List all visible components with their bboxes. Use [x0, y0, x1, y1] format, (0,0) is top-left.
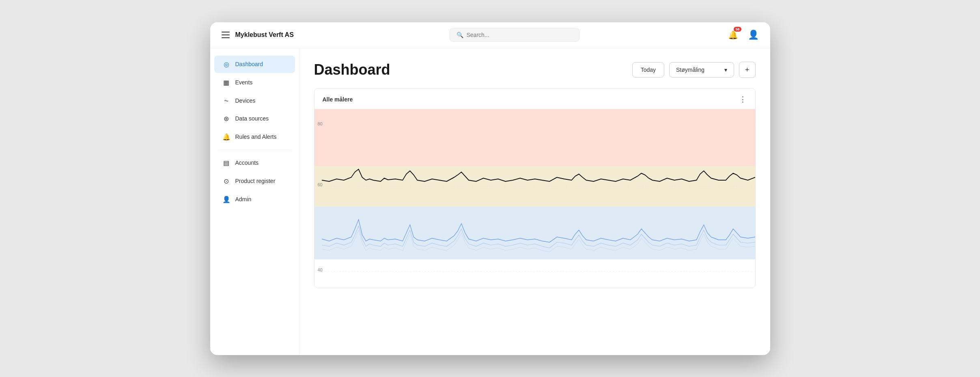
accounts-icon: ▤	[222, 159, 230, 167]
dashboard-icon: ◎	[222, 60, 230, 68]
sidebar-item-rules-alerts[interactable]: 🔔 Rules and Alerts	[214, 128, 295, 146]
header-left: Myklebust Verft AS	[222, 31, 311, 39]
admin-icon: 👤	[222, 196, 230, 203]
sidebar-item-label-product-register: Product register	[235, 178, 276, 184]
sidebar-item-label-rules-alerts: Rules and Alerts	[235, 134, 277, 140]
devices-icon: ⏦	[222, 97, 230, 104]
header-right: 🔔 56 👤	[718, 28, 759, 41]
rules-alerts-icon: 🔔	[222, 133, 230, 141]
chart-title: Alle målere	[323, 96, 353, 103]
sidebar-item-label-dashboard: Dashboard	[235, 61, 263, 67]
date-filter-button[interactable]: Today	[632, 62, 664, 78]
chart-svg	[314, 109, 755, 288]
y-label-40: 40	[318, 267, 323, 272]
svg-rect-0	[314, 109, 755, 166]
app-window: Myklebust Verft AS 🔍 🔔 56 👤 ◎ Dashboard	[210, 22, 770, 355]
chart-header: Alle målere ⋮	[314, 88, 755, 109]
sidebar-item-dashboard[interactable]: ◎ Dashboard	[214, 56, 295, 73]
product-register-icon: ⊙	[222, 177, 230, 185]
chart-body: 80 60 40	[314, 109, 755, 288]
chevron-down-icon: ▾	[724, 67, 727, 73]
sidebar-item-admin[interactable]: 👤 Admin	[214, 191, 295, 208]
y-label-60: 60	[318, 182, 323, 187]
search-input[interactable]	[467, 32, 573, 38]
y-label-80: 80	[318, 121, 323, 126]
search-bar[interactable]: 🔍	[450, 28, 579, 42]
app-title: Myklebust Verft AS	[235, 31, 294, 39]
hamburger-icon[interactable]	[222, 32, 230, 38]
dashboard-header: Dashboard Today Støymåling ▾ +	[314, 61, 756, 78]
search-icon: 🔍	[457, 32, 463, 38]
sidebar-item-product-register[interactable]: ⊙ Product register	[214, 172, 295, 190]
top-header: Myklebust Verft AS 🔍 🔔 56 👤	[210, 22, 770, 48]
dropdown-label: Støymåling	[676, 67, 704, 73]
notification-badge: 56	[734, 27, 741, 32]
sidebar-item-devices[interactable]: ⏦ Devices	[214, 92, 295, 109]
user-icon[interactable]: 👤	[748, 30, 759, 40]
sidebar-item-label-admin: Admin	[235, 196, 252, 203]
notification-button[interactable]: 🔔 56	[726, 28, 740, 41]
data-sources-icon: ⊛	[222, 115, 230, 123]
sidebar-divider	[218, 150, 291, 150]
dashboard-controls: Today Støymåling ▾ +	[632, 62, 756, 78]
add-button[interactable]: +	[739, 62, 756, 78]
sidebar-item-label-accounts: Accounts	[235, 159, 259, 166]
chart-card: Alle målere ⋮ 80 60 40	[314, 88, 756, 288]
sidebar-item-label-data-sources: Data sources	[235, 115, 269, 122]
events-icon: ▦	[222, 79, 230, 86]
sidebar-item-accounts[interactable]: ▤ Accounts	[214, 154, 295, 172]
sidebar: ◎ Dashboard ▦ Events ⏦ Devices ⊛ Data so…	[210, 48, 299, 355]
dashboard-area: Dashboard Today Støymåling ▾ + Alle måle…	[299, 48, 770, 355]
page-title: Dashboard	[314, 61, 390, 78]
sidebar-item-data-sources[interactable]: ⊛ Data sources	[214, 110, 295, 127]
header-center: 🔍	[311, 28, 718, 42]
measurement-dropdown[interactable]: Støymåling ▾	[669, 62, 734, 78]
bell-icon: 🔔	[728, 30, 738, 39]
sidebar-item-label-events: Events	[235, 79, 253, 86]
main-content: ◎ Dashboard ▦ Events ⏦ Devices ⊛ Data so…	[210, 48, 770, 355]
chart-menu-button[interactable]: ⋮	[739, 95, 747, 104]
svg-rect-2	[314, 207, 755, 259]
sidebar-item-label-devices: Devices	[235, 97, 256, 104]
sidebar-item-events[interactable]: ▦ Events	[214, 74, 295, 91]
